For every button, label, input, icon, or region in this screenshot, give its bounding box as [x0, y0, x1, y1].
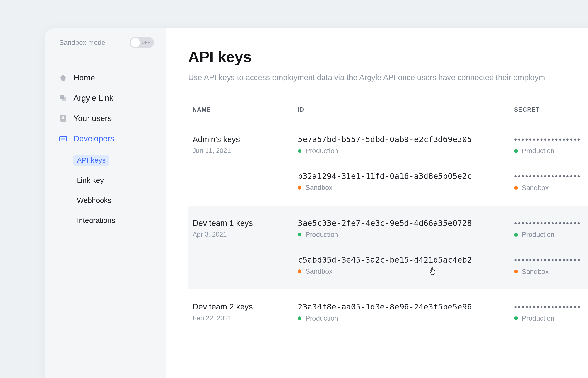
sandbox-label: Sandbox [522, 184, 549, 192]
api-keys-table: NAME ID SECRET Admin's keys Jun 11, 2021… [188, 107, 588, 336]
subnav-api-keys-label: API keys [73, 155, 109, 166]
production-id-block: 5e7a57bd-b557-5dbd-0ab9-e2cf3d69e305 Pro… [298, 135, 514, 155]
nav-developers[interactable]: Developers [44, 128, 166, 149]
th-name: NAME [193, 107, 298, 113]
key-set-name: Admin's keys [193, 135, 298, 144]
sandbox-label: Sandbox [305, 267, 333, 275]
nav-developers-label: Developers [73, 134, 114, 143]
nav-link-label: Argyle Link [73, 94, 113, 103]
key-set-name: Dev team 2 keys [193, 302, 298, 311]
production-secret[interactable]: •••••••••••••••••• [514, 218, 588, 228]
production-dot-icon [514, 233, 518, 237]
table-row[interactable]: Dev team 2 keys Feb 22, 2021 23a34f8e-aa… [188, 289, 588, 336]
sandbox-toggle[interactable]: OFF [130, 37, 154, 48]
cell-name: Dev team 1 keys Apr 3, 2021 [193, 218, 298, 275]
toggle-off-label: OFF [142, 40, 150, 45]
subnav-webhooks-label: Webhooks [73, 195, 115, 206]
home-icon [59, 74, 67, 82]
production-id[interactable]: 3ae5c03e-2fe7-4e3c-9e5d-4d66a35e0728 [298, 218, 514, 228]
subnav-webhooks[interactable]: Webhooks [73, 190, 166, 210]
sandbox-id-block: c5abd05d-3e45-3a2c-be15-d421d5ac4eb2 San… [298, 255, 514, 275]
table-header-row: NAME ID SECRET [188, 107, 588, 122]
production-dot-icon [514, 149, 518, 153]
cell-ids: 3ae5c03e-2fe7-4e3c-9e5d-4d66a35e0728 Pro… [298, 218, 514, 275]
developers-icon [59, 135, 67, 143]
subnav-api-keys[interactable]: API keys [73, 150, 166, 170]
subnav-integrations-label: Integrations [73, 215, 119, 226]
sandbox-label: Sandbox [305, 184, 333, 191]
users-icon [59, 114, 67, 122]
nav-users-label: Your users [73, 114, 112, 123]
production-id[interactable]: 23a34f8e-aa05-1d3e-8e96-24e3f5be5e96 [298, 302, 514, 311]
cell-name: Admin's keys Jun 11, 2021 [193, 135, 298, 192]
production-dot-icon [298, 316, 301, 320]
production-dot-icon [298, 149, 301, 153]
production-label: Production [522, 147, 554, 155]
production-dot-icon [298, 233, 301, 236]
key-set-date: Feb 22, 2021 [193, 314, 298, 322]
developers-subnav: API keys Link key Webhooks Integrations [44, 149, 166, 230]
production-secret-block: •••••••••••••••••• Production [514, 135, 588, 155]
sandbox-dot-icon [514, 186, 518, 189]
page-title: API keys [188, 48, 588, 66]
production-label: Production [305, 231, 338, 239]
toggle-knob [131, 38, 140, 47]
production-id-block: 23a34f8e-aa05-1d3e-8e96-24e3f5be5e96 Pro… [298, 302, 514, 322]
sandbox-dot-icon [514, 270, 518, 273]
key-set-date: Apr 3, 2021 [193, 231, 298, 238]
sandbox-secret[interactable]: •••••••••••••••••• [514, 255, 588, 265]
production-label: Production [522, 231, 554, 239]
sandbox-mode-label: Sandbox mode [59, 39, 105, 46]
sandbox-dot-icon [298, 186, 301, 189]
key-set-name: Dev team 1 keys [193, 218, 298, 228]
production-dot-icon [514, 316, 518, 320]
production-label: Production [305, 147, 338, 155]
production-label: Production [305, 314, 338, 322]
th-secret: SECRET [514, 107, 588, 113]
th-id: ID [298, 107, 514, 113]
production-secret[interactable]: •••••••••••••••••• [514, 135, 588, 144]
table-row[interactable]: Admin's keys Jun 11, 2021 5e7a57bd-b557-… [188, 122, 588, 206]
key-set-date: Jun 11, 2021 [193, 147, 298, 155]
cell-ids: 23a34f8e-aa05-1d3e-8e96-24e3f5be5e96 Pro… [298, 302, 514, 322]
production-secret[interactable]: •••••••••••••••••• [514, 302, 588, 311]
app-window: Sandbox mode OFF Home Argyle Link Your [44, 28, 588, 378]
subnav-link-key[interactable]: Link key [73, 170, 166, 190]
production-secret-block: •••••••••••••••••• Production [514, 218, 588, 239]
subnav-integrations[interactable]: Integrations [73, 210, 166, 230]
subnav-link-key-label: Link key [73, 175, 107, 186]
sandbox-secret-block: •••••••••••••••••• Sandbox [514, 172, 588, 191]
sandbox-label: Sandbox [522, 268, 549, 275]
sandbox-dot-icon [298, 269, 301, 273]
nav-argyle-link[interactable]: Argyle Link [44, 88, 166, 108]
cell-secrets: •••••••••••••••••• Production [514, 302, 588, 322]
sandbox-secret-block: •••••••••••••••••• Sandbox [514, 255, 588, 275]
production-label: Production [522, 314, 554, 322]
link-icon [59, 94, 67, 102]
nav-your-users[interactable]: Your users [44, 108, 166, 128]
cell-name: Dev team 2 keys Feb 22, 2021 [193, 302, 298, 322]
nav-home[interactable]: Home [44, 68, 166, 88]
cell-ids: 5e7a57bd-b557-5dbd-0ab9-e2cf3d69e305 Pro… [298, 135, 514, 192]
table-row[interactable]: Dev team 1 keys Apr 3, 2021 3ae5c03e-2fe… [188, 206, 588, 289]
sidebar: Sandbox mode OFF Home Argyle Link Your [44, 28, 166, 378]
cell-secrets: •••••••••••••••••• Production ••••••••••… [514, 218, 588, 275]
production-id-block: 3ae5c03e-2fe7-4e3c-9e5d-4d66a35e0728 Pro… [298, 218, 514, 239]
sandbox-id[interactable]: b32a1294-31e1-11fd-0a16-a3d8e5b05e2c [298, 172, 514, 181]
nav-home-label: Home [73, 73, 95, 82]
production-id[interactable]: 5e7a57bd-b557-5dbd-0ab9-e2cf3d69e305 [298, 135, 514, 144]
sandbox-toggle-row: Sandbox mode OFF [44, 28, 166, 57]
sandbox-secret[interactable]: •••••••••••••••••• [514, 172, 588, 181]
production-secret-block: •••••••••••••••••• Production [514, 302, 588, 322]
sandbox-id[interactable]: c5abd05d-3e45-3a2c-be15-d421d5ac4eb2 [298, 255, 514, 265]
sandbox-id-block: b32a1294-31e1-11fd-0a16-a3d8e5b05e2c San… [298, 172, 514, 191]
main-content: API keys Use API keys to access employme… [166, 28, 588, 378]
page-subtitle: Use API keys to access employment data v… [188, 73, 588, 82]
cell-secrets: •••••••••••••••••• Production ••••••••••… [514, 135, 588, 192]
primary-nav: Home Argyle Link Your users Developers A… [44, 57, 166, 230]
